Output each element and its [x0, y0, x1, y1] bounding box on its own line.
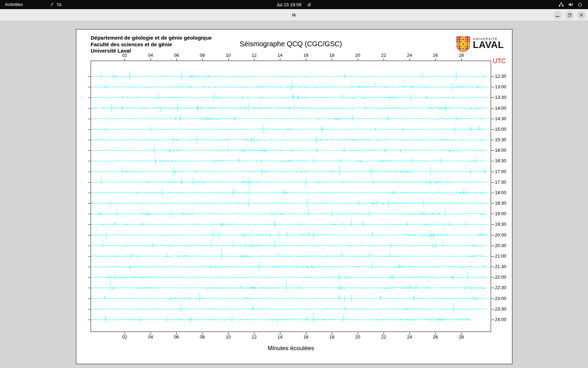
row-utc-label: 23:30: [495, 306, 506, 312]
x-tick-label-top: 22: [377, 53, 391, 58]
x-tick-label-top: 20: [351, 53, 365, 58]
row-tick-left: [88, 299, 91, 299]
row-tick-right: [491, 108, 494, 109]
row-tick-left: [88, 140, 91, 140]
row-utc-label: 23:00: [495, 296, 506, 301]
row-utc-label: 16:30: [495, 158, 506, 164]
row-tick-left: [88, 288, 91, 288]
restore-button[interactable]: [565, 11, 574, 19]
row-utc-label: 22:30: [495, 285, 506, 291]
x-tick-label-bottom: 04: [144, 334, 158, 340]
trace-row-22:30: [92, 282, 487, 292]
trace-row-13:00: [92, 82, 487, 91]
trace-row-22:00: [92, 272, 487, 281]
row-tick-right: [491, 309, 494, 309]
trace-row-14:00: [92, 102, 487, 112]
row-tick-left: [88, 214, 91, 214]
trace-row-15:00: [92, 124, 487, 133]
row-utc-label: 21:30: [495, 264, 506, 269]
row-utc-label: 20:00: [495, 232, 506, 238]
x-tick-top: [435, 58, 436, 61]
row-tick-left: [88, 150, 91, 151]
utc-axis-label: UTC: [493, 57, 506, 65]
universite-laval-logo: UNIVERSITÉ LAVAL: [456, 36, 504, 54]
x-tick-label-bottom: 24: [402, 334, 416, 340]
clock[interactable]: Jul 23 19:59: [276, 2, 301, 7]
trace-row-23:00: [92, 293, 487, 302]
row-tick-right: [491, 203, 494, 204]
row-tick-right: [491, 76, 494, 77]
row-tick-left: [88, 76, 91, 77]
x-tick-top: [461, 58, 462, 61]
row-utc-label: 12:30: [495, 74, 506, 79]
trace-row-19:00: [92, 210, 487, 218]
row-tick-right: [491, 140, 494, 140]
row-tick-left: [88, 309, 91, 309]
x-tick-label-top: 10: [221, 53, 235, 58]
x-tick-label-top: 26: [428, 53, 442, 58]
row-tick-right: [491, 161, 494, 161]
trace-row-23:30: [92, 304, 487, 313]
plot-area: UTC 020204040606080810101212141416161818…: [91, 61, 491, 332]
row-utc-label: 13:30: [495, 95, 506, 100]
row-tick-right: [491, 214, 494, 214]
row-tick-left: [88, 246, 91, 246]
row-tick-left: [88, 203, 91, 204]
row-tick-right: [491, 235, 494, 236]
row-tick-right: [491, 97, 494, 98]
x-tick-label-top: 16: [299, 53, 313, 58]
x-tick-label-top: 02: [118, 53, 132, 58]
row-tick-left: [88, 97, 91, 98]
x-tick-label-bottom: 16: [299, 334, 313, 340]
trace-row-18:00: [92, 187, 487, 196]
row-utc-label: 20:30: [495, 243, 506, 248]
row-utc-label: 17:00: [495, 169, 506, 174]
row-tick-left: [88, 119, 91, 119]
x-tick-label-top: 18: [325, 53, 339, 58]
x-tick-label-top: 06: [169, 53, 183, 58]
trace-row-17:00: [92, 166, 487, 176]
row-utc-label: 21:00: [495, 253, 506, 259]
trace-row-14:30: [92, 115, 487, 121]
power-icon: [578, 2, 582, 7]
window-title: tk: [0, 9, 588, 21]
row-tick-left: [88, 161, 91, 161]
row-tick-right: [491, 267, 494, 267]
row-tick-right: [491, 320, 494, 320]
activities-button[interactable]: Activities: [0, 0, 28, 9]
gnome-top-bar: Activities Tk Jul 23 19:59: [0, 0, 588, 9]
x-axis-title: Minutes écoulées: [91, 345, 491, 352]
x-tick-label-bottom: 26: [428, 334, 442, 340]
network-icon: [559, 2, 564, 7]
trace-row-20:30: [92, 241, 487, 248]
row-tick-right: [491, 277, 494, 278]
row-utc-label: 13:00: [495, 84, 506, 89]
row-tick-right: [491, 256, 494, 257]
row-tick-right: [491, 246, 494, 246]
system-status-area[interactable]: [556, 0, 585, 9]
row-tick-left: [88, 320, 91, 320]
trace-row-20:00: [92, 229, 487, 239]
row-tick-right: [491, 87, 494, 87]
seismograph-canvas: Département de géologie et de génie géol…: [76, 29, 512, 364]
x-tick-label-top: 12: [247, 53, 261, 58]
row-utc-label: 19:00: [495, 211, 506, 216]
window-titlebar[interactable]: tk: [0, 9, 588, 21]
x-tick-top: [280, 58, 280, 61]
close-button[interactable]: [577, 11, 586, 19]
tk-feather-icon: [49, 2, 54, 7]
row-tick-left: [88, 256, 91, 257]
x-tick-label-bottom: 18: [325, 334, 339, 340]
row-tick-left: [88, 172, 91, 172]
x-tick-label-bottom: 12: [247, 334, 261, 340]
x-tick-label-bottom: 06: [169, 334, 183, 340]
minimize-button[interactable]: [553, 11, 562, 19]
app-menu[interactable]: Tk: [49, 2, 61, 7]
x-tick-top: [410, 58, 410, 61]
volume-icon: [568, 2, 573, 7]
row-utc-label: 22:00: [495, 274, 506, 280]
row-tick-left: [88, 87, 91, 87]
row-utc-label: 15:00: [495, 127, 506, 132]
row-tick-right: [491, 129, 494, 130]
trace-row-18:30: [92, 197, 487, 207]
